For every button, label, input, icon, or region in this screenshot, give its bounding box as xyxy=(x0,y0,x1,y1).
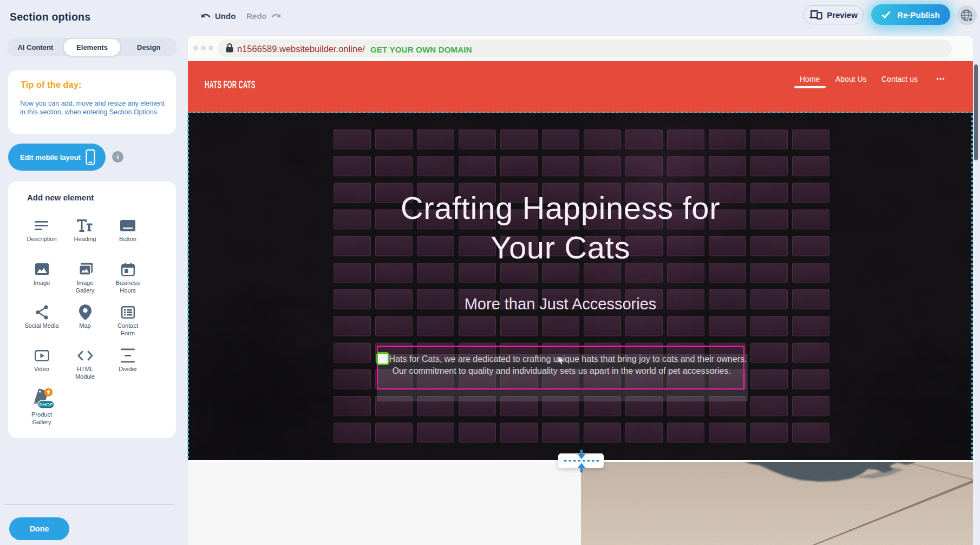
svg-text:SHOP: SHOP xyxy=(39,402,53,407)
